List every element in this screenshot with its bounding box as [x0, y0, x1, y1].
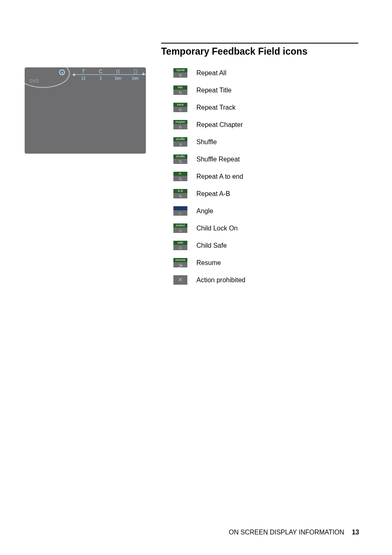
feedback-label: Repeat Track — [196, 104, 235, 111]
section-rule — [161, 43, 358, 44]
shuffle-icon: shuffle⤨ — [173, 137, 187, 147]
icon-caption: resume — [173, 258, 187, 262]
repeat-chapter-icon: chapter↻ — [173, 120, 187, 129]
icon-caption — [173, 206, 187, 210]
feedback-label: Repeat Chapter — [196, 121, 243, 129]
osd-dvd-logo: DVD — [30, 79, 39, 83]
feedback-label: Repeat A-B — [196, 190, 230, 198]
feedback-label: Resume — [196, 259, 221, 267]
list-item: title↻Repeat Title — [173, 85, 338, 95]
feedback-label: Repeat A to end — [196, 173, 243, 180]
icon-caption: repeat — [173, 68, 187, 72]
action-prohibited-icon: ✕ — [173, 275, 187, 285]
repeat-glyph-icon: ↻ — [173, 193, 187, 198]
osd-col: C1 — [92, 67, 109, 81]
osd-col-header: C — [92, 67, 109, 75]
list-item: track↻Repeat Track — [173, 102, 338, 113]
list-item: shuffle↻Shuffle Repeat — [173, 154, 338, 164]
repeat-title-icon: title↻ — [173, 85, 187, 95]
shuffle-repeat-icon: shuffle↻ — [173, 154, 187, 164]
feedback-label: Repeat Title — [196, 87, 231, 94]
osd-col: ⎕1en — [127, 67, 144, 81]
icon-caption: track — [173, 103, 187, 107]
osd-illustration: DVD ✶ T1‡ C1 ⟨⟨1en ⎕1en ◇no ⊕off — [25, 67, 146, 154]
child-safe-icon: safe⦾ — [173, 241, 187, 250]
repeat-glyph-icon: ↻ — [173, 176, 187, 181]
lock-glyph-icon: ⦾ — [173, 228, 187, 233]
osd-col-value: 1en — [127, 75, 144, 81]
icon-caption: A-B — [173, 189, 187, 193]
icon-caption: chapter — [173, 120, 187, 124]
icon-caption: shuffle — [173, 154, 187, 159]
list-item: safe⦾Child Safe — [173, 240, 338, 251]
repeat-a-b-icon: A-B↻ — [173, 189, 187, 198]
repeat-all-icon: repeat↻ — [173, 68, 187, 78]
footer-section-name: ON SCREEN DISPLAY INFORMATION — [229, 529, 344, 536]
list-item: A-↻Repeat A to end — [173, 171, 338, 182]
feedback-label: Shuffle Repeat — [196, 156, 240, 163]
repeat-glyph-icon: ↻ — [173, 159, 187, 164]
icon-caption: safe — [173, 241, 187, 245]
list-item: ✕Action prohibited — [173, 275, 338, 285]
repeat-glyph-icon: ↻ — [173, 72, 187, 78]
feedback-label: Angle — [196, 207, 213, 215]
cross-glyph-icon: ✕ — [173, 275, 187, 285]
osd-col: T1‡ — [75, 67, 92, 81]
feedback-label: Child Safe — [196, 242, 227, 249]
osd-col: ⟨⟨1en — [109, 67, 127, 81]
angle-icon: ▷ — [173, 206, 187, 216]
feedback-label: Child Lock On — [196, 225, 238, 232]
page-number: 13 — [352, 529, 359, 536]
lock-glyph-icon: ⦾ — [173, 245, 187, 250]
osd-col-value: no — [144, 75, 146, 81]
feedback-label: Action prohibited — [196, 276, 245, 284]
osd-col-value: 1 — [92, 75, 109, 81]
repeat-glyph-icon: ↻ — [173, 90, 187, 95]
list-item: ▷Angle — [173, 206, 338, 216]
repeat-glyph-icon: ↻ — [173, 124, 187, 129]
osd-dial-icon: ✶ — [59, 69, 65, 75]
list-item: chapter↻Repeat Chapter — [173, 120, 338, 130]
resume-icon: resume▯▸ — [173, 258, 187, 267]
list-item: A-B↻Repeat A-B — [173, 189, 338, 199]
repeat-track-icon: track↻ — [173, 103, 187, 112]
child-lock-on-icon: locked⦾ — [173, 223, 187, 233]
angle-glyph-icon: ▷ — [173, 210, 187, 216]
list-item: shuffle⤨Shuffle — [173, 137, 338, 147]
osd-columns: T1‡ C1 ⟨⟨1en ⎕1en ◇no ⊕off — [75, 67, 146, 81]
icon-caption: title — [173, 85, 187, 90]
icon-caption: locked — [173, 223, 187, 228]
resume-glyph-icon: ▯▸ — [173, 262, 187, 267]
feedback-icon-list: repeat↻Repeat All title↻Repeat Title tra… — [173, 68, 338, 292]
osd-col-header: ⎕ — [127, 67, 144, 75]
shuffle-glyph-icon: ⤨ — [173, 141, 187, 147]
feedback-label: Repeat All — [196, 69, 226, 77]
list-item: resume▯▸Resume — [173, 258, 338, 268]
osd-col-value: 1en — [109, 75, 127, 81]
page-footer: ON SCREEN DISPLAY INFORMATION 13 — [229, 529, 359, 536]
osd-col-header: ⟨⟨ — [109, 67, 127, 75]
list-item: repeat↻Repeat All — [173, 68, 338, 78]
repeat-a-end-icon: A-↻ — [173, 172, 187, 181]
repeat-glyph-icon: ↻ — [173, 107, 187, 112]
osd-col-value: 1‡ — [75, 75, 92, 81]
icon-caption: A- — [173, 172, 187, 176]
feedback-label: Shuffle — [196, 138, 217, 146]
osd-col-header: ◇ — [144, 67, 146, 75]
osd-col: ◇no — [144, 67, 146, 81]
icon-caption: shuffle — [173, 137, 187, 141]
list-item: locked⦾Child Lock On — [173, 223, 338, 233]
osd-col-header: T — [75, 67, 92, 75]
section-title: Temporary Feedback Field icons — [161, 46, 307, 57]
